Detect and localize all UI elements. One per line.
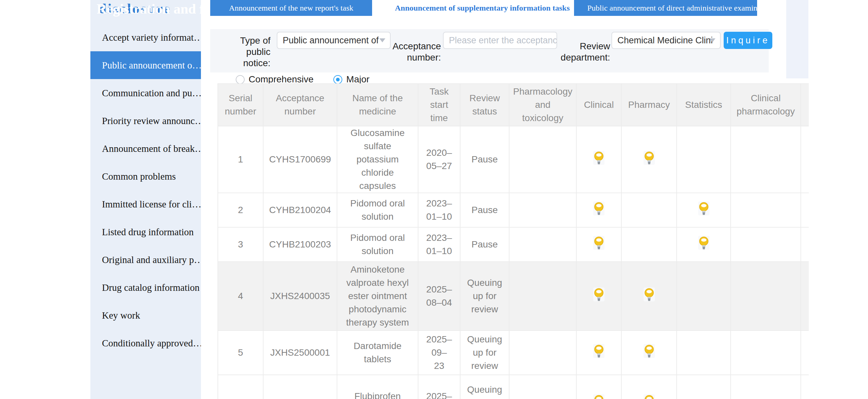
table-row: 1CYHS1700699Glucosamine sulfate potassiu… [218,126,809,193]
pharmacology-toxicology-flag-cell [509,193,576,227]
sidebar-item-7[interactable]: Immitted license for cli… [90,190,201,218]
review-status-cell: Queuing up for review [460,262,509,331]
pharmacology-toxicology-flag-cell [509,375,576,399]
table-header-row: Serial numberAcceptance numberName of th… [218,84,809,126]
inquire-button[interactable]: Inquire [724,32,772,49]
sidebar-item-2[interactable]: Public announcement o… [90,51,201,79]
lightbulb-icon[interactable] [593,236,604,254]
column-header: Name of the medicine [337,84,418,126]
statistics-flag-cell [677,126,731,193]
acceptance-number-cell: JXHS2400035 [263,262,337,331]
review-department-value: Chemical Medicine Clini [617,35,713,46]
serial-number-cell: 5 [218,331,263,375]
statistics-flag-cell [677,331,731,375]
sidebar-item-4[interactable]: Priority review announc… [90,107,201,135]
review-department-select[interactable]: Chemical Medicine Clini [612,32,721,49]
tab-bar: Announcement of the new report's taskAnn… [210,0,757,16]
table-row: 4JXHS2400035Aminoketone valproate hexyl … [218,262,809,331]
serial-number-cell: 4 [218,262,263,331]
clinical-pharmacology-flag-cell [731,193,801,227]
column-header: Clinical pharmacology [731,84,801,126]
acceptance-number-cell: CYHB2100204 [263,193,337,227]
sidebar: disclosure Registration and filing Accep… [90,0,201,399]
radio-icon[interactable] [333,75,342,84]
sidebar-item-1[interactable]: Accept variety informat… [90,24,201,51]
review-status-cell: Queuing up for review [460,375,509,399]
lightbulb-icon[interactable] [593,201,604,219]
clinical-pharmacology-flag-cell [731,375,801,399]
medicine-name-cell: Darotamide tablets [337,331,418,375]
tab-2[interactable]: Announcement of supplementary informatio… [391,0,574,16]
pharmacy-flag-cell [621,262,677,331]
table-row: 6CYHS2402099Flubiprofen axetil injection… [218,375,809,399]
lightbulb-icon[interactable] [698,236,709,254]
serial-number-cell: 2 [218,193,263,227]
medicine-name-cell: Glucosamine sulfate potassium chloride c… [337,126,418,193]
clinical-pharmacology-flag-cell [731,126,801,193]
sidebar-item-11[interactable]: Key work [90,301,201,329]
acceptance-number-cell: CYHB2100203 [263,227,337,262]
lightbulb-icon[interactable] [644,151,655,168]
medicine-name-cell: Pidomod oral solution [337,227,418,262]
statistics-flag-cell [677,375,731,399]
type-of-public-notice-select[interactable]: Public announcement of [277,32,391,49]
sidebar-menu: Accept variety informat…Public announcem… [90,24,201,357]
tab-1[interactable]: Announcement of the new report's task [210,0,372,16]
table-body: 1CYHS1700699Glucosamine sulfate potassiu… [218,126,809,399]
acceptance-number-input[interactable] [443,32,557,49]
sidebar-item-5[interactable]: Announcement of break… [90,135,201,162]
chevron-down-icon [709,38,715,42]
tab-3[interactable]: Public announcement of direct administra… [574,0,757,16]
lightbulb-icon[interactable] [644,288,655,305]
serial-number-cell: 1 [218,126,263,193]
clinical-flag-cell [576,262,621,331]
review-status-cell: Queuing up for review [460,331,509,375]
column-header: Statistics [677,84,731,126]
acceptance-number-cell: CYHS1700699 [263,126,337,193]
lightbulb-icon[interactable] [593,288,604,305]
review-status-cell: Pause [460,227,509,262]
clinical-flag-cell [576,331,621,375]
statistics-flag-cell [677,227,731,262]
right-band [786,0,808,78]
results-table-wrap: Serial numberAcceptance numberName of th… [217,84,809,399]
table-row: 3CYHB2100203Pidomod oral solution2023– 0… [218,227,809,262]
column-header: Acceptance number [263,84,337,126]
pharmacy-flag-cell [621,126,677,193]
sidebar-item-12[interactable]: Conditionally approved… [90,329,201,357]
table-row: 5JXHS2500001Darotamide tablets2025– 09– … [218,331,809,375]
sidebar-item-3[interactable]: Communication and pu… [90,79,201,107]
pharmacology-toxicology-flag-cell [509,126,576,193]
column-header: Serial number [218,84,263,126]
task-start-time-cell: 2025– 08–04 [418,262,460,331]
radio-icon[interactable] [236,75,245,84]
sidebar-title-front-text: Registration and filing [97,1,201,17]
task-start-time-cell: 2023– 01–10 [418,193,460,227]
pharmacology-toxicology-flag-cell [509,262,576,331]
clinical-pharmacology-flag-cell [731,331,801,375]
sidebar-item-9[interactable]: Original and auxiliary p… [90,246,201,274]
sidebar-item-10[interactable]: Drug catalog information [90,274,201,301]
acceptance-number-cell: JXHS2500001 [263,331,337,375]
review-status-cell: Pause [460,126,509,193]
lightbulb-icon[interactable] [644,344,655,362]
pharmacy-flag-cell [621,331,677,375]
column-header: Pharmacology and toxicology [509,84,576,126]
medicine-name-cell: Flubiprofen axetil injection [337,375,418,399]
review-department-label: Review department: [558,41,610,63]
sidebar-item-6[interactable]: Common problems [90,162,201,190]
lightbulb-icon[interactable] [698,201,709,219]
clinical-flag-cell [576,193,621,227]
lightbulb-icon[interactable] [593,394,604,399]
type-of-public-notice-label: Type of public notice: [218,35,271,69]
sidebar-title: disclosure Registration and filing [99,1,201,18]
clinical-flag-cell [576,375,621,399]
acceptance-number-label: Acceptance number: [391,41,441,63]
lightbulb-icon[interactable] [644,394,655,399]
task-start-time-cell: 2025– 09– 23 [418,331,460,375]
sidebar-item-8[interactable]: Listed drug information [90,218,201,246]
column-header: Clinical [576,84,621,126]
pharmacology-toxicology-flag-cell [509,227,576,262]
lightbulb-icon[interactable] [593,151,604,168]
lightbulb-icon[interactable] [593,344,604,362]
